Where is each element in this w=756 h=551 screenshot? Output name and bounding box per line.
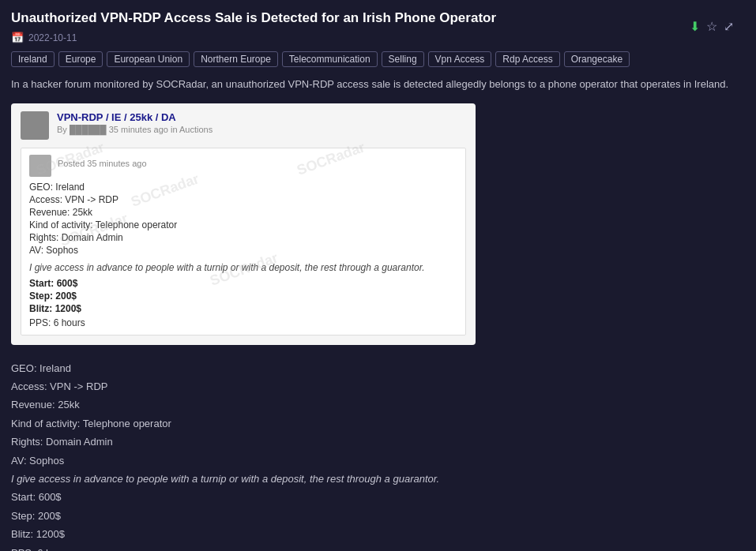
forum-detail-blitz: Blitz: 1200$ bbox=[29, 303, 457, 314]
expand-icon[interactable]: ⤢ bbox=[724, 19, 734, 34]
forum-meta: By ██████ 35 minutes ago in Auctions bbox=[57, 125, 213, 134]
forum-username: ██████ bbox=[70, 125, 109, 134]
tag-rdp-access[interactable]: Rdp Access bbox=[495, 51, 559, 67]
detail-italic: I give access in advance to people with … bbox=[11, 470, 745, 488]
forum-detail-revenue: Revenue: 25kk bbox=[29, 207, 457, 218]
date-label: 2022-10-11 bbox=[28, 32, 77, 43]
tag-ireland[interactable]: Ireland bbox=[11, 51, 55, 67]
forum-detail-pps: PPS: 6 hours bbox=[29, 317, 457, 328]
download-icon[interactable]: ⬇ bbox=[690, 19, 700, 34]
detail-activity: Kind of activity: Telephone operator bbox=[11, 414, 745, 433]
forum-detail-rights: Rights: Domain Admin bbox=[29, 232, 457, 243]
detail-revenue: Revenue: 25kk bbox=[11, 395, 745, 414]
detail-rights: Rights: Domain Admin bbox=[11, 433, 745, 451]
tags-container: Ireland Europe European Union Northern E… bbox=[11, 51, 745, 67]
detail-access: Access: VPN -> RDP bbox=[11, 377, 745, 395]
tag-northern-europe[interactable]: Northern Europe bbox=[194, 51, 278, 67]
detail-section: GEO: Ireland Access: VPN -> RDP Revenue:… bbox=[11, 359, 745, 551]
description-text: In a hacker forum monitored by SOCRadar,… bbox=[11, 77, 745, 92]
forum-detail-av: AV: Sophos bbox=[29, 245, 457, 256]
tag-selling[interactable]: Selling bbox=[382, 51, 424, 67]
forum-poster-avatar bbox=[21, 111, 49, 140]
forum-detail-activity: Kind of activity: Telephone operator bbox=[29, 219, 457, 231]
page-title: Unauthorized VPN-RDP Access Sale is Dete… bbox=[11, 9, 745, 27]
forum-detail-geo: GEO: Ireland bbox=[29, 182, 457, 193]
forum-body-meta: Posted 35 minutes ago bbox=[58, 159, 147, 168]
forum-preview: SOCRadar SOCRadar SOCRadar SOCRadar SOCR… bbox=[11, 103, 476, 345]
detail-geo: GEO: Ireland bbox=[11, 359, 745, 377]
star-icon[interactable]: ☆ bbox=[706, 19, 717, 34]
tag-orangecake[interactable]: Orangecake bbox=[564, 51, 630, 67]
forum-detail-start: Start: 600$ bbox=[29, 278, 457, 289]
tag-vpn-access[interactable]: Vpn Access bbox=[428, 51, 492, 67]
tag-europe[interactable]: Europe bbox=[58, 51, 103, 67]
forum-detail-step: Step: 200$ bbox=[29, 290, 457, 302]
forum-body-avatar bbox=[29, 155, 51, 177]
forum-post-title: VPN-RDP / IE / 25kk / DA bbox=[57, 111, 213, 123]
by-label: By bbox=[57, 125, 67, 134]
forum-time: 35 minutes ago in Auctions bbox=[109, 125, 213, 134]
tag-european-union[interactable]: European Union bbox=[107, 51, 190, 67]
forum-detail-access: Access: VPN -> RDP bbox=[29, 194, 457, 205]
detail-pps: PPS: 6 hours bbox=[11, 544, 745, 552]
detail-start: Start: 600$ bbox=[11, 488, 745, 506]
detail-step: Step: 200$ bbox=[11, 507, 745, 525]
forum-body: Posted 35 minutes ago GEO: Ireland Acces… bbox=[21, 148, 466, 335]
detail-av: AV: Sophos bbox=[11, 452, 745, 470]
calendar-icon: 📅 bbox=[11, 32, 24, 43]
tag-telecommunication[interactable]: Telecommunication bbox=[282, 51, 378, 67]
forum-detail-italic: I give access in advance to people with … bbox=[29, 262, 457, 273]
detail-blitz: Blitz: 1200$ bbox=[11, 525, 745, 543]
